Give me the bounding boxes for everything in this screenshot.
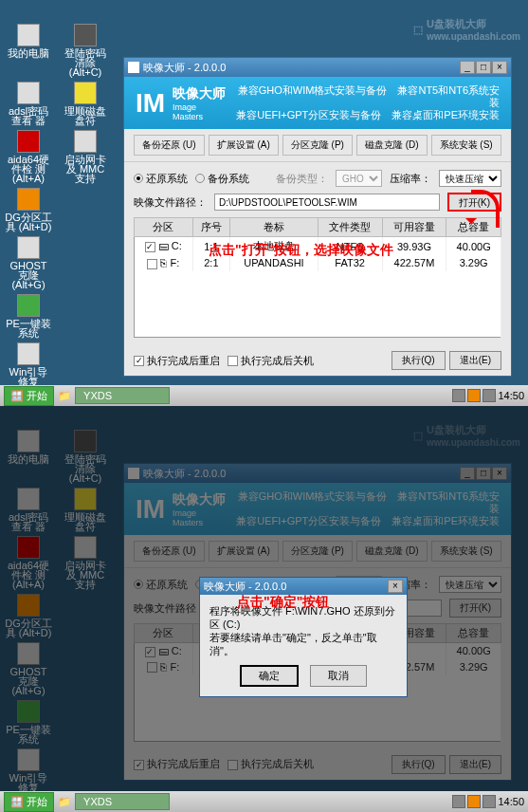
- desktop-icon-network[interactable]: 启动网卡及 MMC支持: [62, 130, 109, 183]
- close-button[interactable]: ×: [492, 467, 507, 480]
- watermark-url: www.upandashi.com: [427, 31, 520, 42]
- tray-icon[interactable]: [482, 795, 496, 808]
- execute-button[interactable]: 执行(Q): [391, 351, 445, 370]
- watermark-brand: U盘装机大师: [427, 18, 486, 29]
- boot-icon: [17, 342, 40, 365]
- titlebar[interactable]: 映像大师 - 2.0.0.0 _□×: [124, 464, 511, 483]
- computer-icon: [17, 24, 40, 46]
- lock-icon: [17, 82, 40, 104]
- chk-restart[interactable]: 执行完成后重启: [134, 757, 220, 771]
- screenshot-2: ⬚ U盘装机大师www.upandashi.com 我的电脑登陆密码清除 (Al…: [0, 406, 528, 812]
- titlebar[interactable]: 映像大师 - 2.0.0.0 _ □ ×: [124, 58, 511, 77]
- minimize-button[interactable]: _: [460, 61, 475, 74]
- screenshot-1: ⬚ U盘装机大师 www.upandashi.com 我的电脑登陆密码清除 (A…: [0, 0, 528, 406]
- col-partition[interactable]: 分区: [135, 218, 193, 237]
- maximize-button[interactable]: □: [476, 61, 491, 74]
- tab-backup-restore[interactable]: 备份还原 (U): [134, 541, 205, 562]
- tab-system-install[interactable]: 系统安装 (S): [431, 135, 501, 156]
- start-button[interactable]: 🪟 开始: [4, 792, 54, 812]
- radio-restore[interactable]: 还原系统: [134, 578, 188, 592]
- tray-icon[interactable]: [467, 389, 481, 402]
- taskbar: 🪟 开始 📁 YXDS 14:50: [0, 791, 528, 812]
- chk-shutdown[interactable]: 执行完成后关机: [228, 757, 314, 771]
- exit-button[interactable]: 退出(E): [449, 755, 501, 774]
- desktop-icon-network[interactable]: 启动网卡及 MMC支持: [62, 536, 109, 589]
- desktop-icon-mycomputer[interactable]: 我的电脑: [5, 24, 52, 77]
- taskbar-item[interactable]: YXDS: [75, 793, 170, 810]
- desktop-icon-disk[interactable]: 理顺磁盘盘符: [62, 82, 109, 125]
- desktop-icon-password[interactable]: 登陆密码清除 (Alt+C): [62, 24, 109, 77]
- compress-label: 压缩率：: [390, 172, 431, 186]
- network-icon: [74, 130, 97, 153]
- col-volume[interactable]: 卷标: [230, 218, 319, 237]
- tab-ext-settings[interactable]: 扩展设置 (A): [209, 541, 279, 562]
- compress-select[interactable]: 快速压缩: [439, 576, 501, 593]
- start-button[interactable]: 🪟 开始: [4, 386, 54, 406]
- desktop-icon-password[interactable]: 登陆密码清除 (Alt+C): [62, 430, 109, 483]
- tab-backup-restore[interactable]: 备份还原 (U): [134, 135, 205, 156]
- clock: 14:50: [498, 796, 524, 807]
- tab-system-install[interactable]: 系统安装 (S): [431, 541, 501, 562]
- banner: IM 映像大师 Image Masters 兼容GHO和WIM格式安装与备份 兼…: [124, 77, 511, 129]
- desktop-icon-pe[interactable]: PE一键装系统: [5, 700, 52, 744]
- minimize-button[interactable]: _: [460, 467, 475, 480]
- path-input[interactable]: [214, 194, 440, 211]
- chk-restart[interactable]: 执行完成后重启: [134, 354, 220, 368]
- ok-button[interactable]: 确定: [240, 665, 299, 687]
- desktop-icon-aida64[interactable]: aida64硬件检 测(Alt+A): [5, 536, 52, 589]
- col-free[interactable]: 可用容量: [382, 218, 446, 237]
- row-checkbox[interactable]: [145, 242, 155, 252]
- quicklaunch-icon[interactable]: 📁: [58, 796, 71, 808]
- tray-icon[interactable]: [452, 795, 465, 808]
- backup-type-select[interactable]: GHO: [336, 170, 382, 187]
- ghost-icon: [17, 236, 40, 259]
- row-checkbox[interactable]: [147, 259, 157, 269]
- radio-backup[interactable]: 备份系统: [195, 172, 249, 186]
- tab-partition-clone[interactable]: 分区克隆 (P): [282, 135, 353, 156]
- aida-icon: [17, 130, 40, 153]
- partition-icon: [17, 188, 40, 211]
- col-index[interactable]: 序号: [192, 218, 230, 237]
- desktop-icon-aida64[interactable]: aida64硬件检 测(Alt+A): [5, 130, 52, 183]
- tray-icon[interactable]: [467, 795, 481, 808]
- quicklaunch-icon[interactable]: 📁: [58, 390, 71, 402]
- dialog-close-button[interactable]: ×: [388, 580, 403, 593]
- close-button[interactable]: ×: [492, 61, 507, 74]
- compress-select[interactable]: 快速压缩: [439, 170, 501, 187]
- exit-button[interactable]: 退出(E): [449, 351, 501, 370]
- app-icon: [128, 62, 139, 73]
- tab-disk-clone[interactable]: 磁盘克隆 (D): [356, 541, 428, 562]
- desktop-icon-mycomputer[interactable]: 我的电脑: [5, 430, 52, 483]
- col-fs[interactable]: 文件类型: [318, 218, 382, 237]
- tab-disk-clone[interactable]: 磁盘克隆 (D): [356, 135, 428, 156]
- taskbar-item[interactable]: YXDS: [75, 387, 170, 404]
- tray-icon[interactable]: [482, 389, 496, 402]
- dialog-titlebar[interactable]: 映像大师 - 2.0.0.0 ×: [200, 578, 407, 595]
- tab-ext-settings[interactable]: 扩展设置 (A): [209, 135, 279, 156]
- desktop-icon-disk[interactable]: 理顺磁盘盘符: [62, 488, 109, 531]
- desktop-icon-dg[interactable]: DG分区工具 (Alt+D): [5, 188, 52, 231]
- brand-en: Image Masters: [173, 102, 228, 121]
- annotation-text: 点击"打开"按钮，选择映像文件: [209, 242, 393, 259]
- tab-partition-clone[interactable]: 分区克隆 (P): [282, 541, 353, 562]
- path-label: 映像文件路径：: [134, 195, 207, 210]
- tray-icon[interactable]: [452, 389, 465, 402]
- desktop-icon-pe[interactable]: PE一键装系统: [5, 294, 52, 338]
- maximize-button[interactable]: □: [476, 467, 491, 480]
- open-button[interactable]: 打开(K): [449, 599, 501, 618]
- window-title: 映像大师 - 2.0.0.0: [143, 61, 226, 75]
- desktop-icon-dg[interactable]: DG分区工具 (Alt+D): [5, 594, 52, 637]
- desktop-icon-adsl[interactable]: adsl密码查看 器: [5, 488, 52, 531]
- tabs: 备份还原 (U) 扩展设置 (A) 分区克隆 (P) 磁盘克隆 (D) 系统安装…: [124, 129, 511, 162]
- desktop-icons: 我的电脑登陆密码清除 (Alt+C) adsl密码查看 器理顺磁盘盘符 aida…: [5, 24, 109, 396]
- chk-shutdown[interactable]: 执行完成后关机: [228, 354, 314, 368]
- desktop-icons: 我的电脑登陆密码清除 (Alt+C) adsl密码查看 器理顺磁盘盘符 aida…: [5, 430, 109, 802]
- logo-icon: IM: [136, 88, 165, 119]
- desktop-icon-ghost[interactable]: GHOST克隆 (Alt+G): [5, 642, 52, 695]
- banner: IM 映像大师Image Masters 兼容GHO和WIM格式安装与备份 兼容…: [124, 483, 511, 535]
- execute-button[interactable]: 执行(Q): [391, 755, 445, 774]
- cancel-button[interactable]: 取消: [310, 665, 367, 687]
- desktop-icon-ghost[interactable]: GHOST克隆 (Alt+G): [5, 236, 52, 289]
- desktop-icon-adsl[interactable]: adsl密码查看 器: [5, 82, 52, 125]
- radio-restore[interactable]: 还原系统: [134, 172, 188, 186]
